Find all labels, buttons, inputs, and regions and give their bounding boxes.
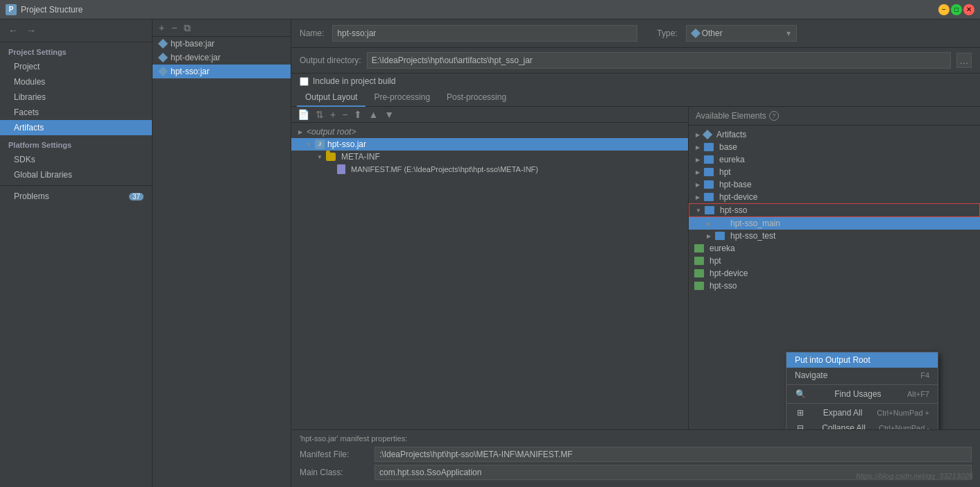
tab-pre-processing[interactable]: Pre-processing (366, 89, 438, 107)
artifact-hpt-sso-jar[interactable]: hpt-sso:jar (153, 65, 291, 78)
tree-hpt-sso-jar[interactable]: ▼ J hpt-sso.jar (291, 138, 688, 151)
minimize-button[interactable]: − (938, 4, 949, 15)
remove-element-button[interactable]: − (340, 109, 350, 120)
window-controls[interactable]: − □ ✕ (938, 4, 974, 15)
avail-base[interactable]: ▶ base (689, 141, 980, 153)
sidebar-item-sdks[interactable]: SDKs (0, 152, 152, 167)
include-label: Include in project build (313, 76, 395, 86)
sidebar-item-facets[interactable]: Facets (0, 105, 152, 120)
show-content-button[interactable]: 📄 (295, 109, 311, 120)
down-button[interactable]: ▼ (382, 109, 396, 120)
expand-icon: ▶ (694, 194, 701, 200)
expand-icon: ▶ (694, 157, 701, 163)
sidebar-item-problems[interactable]: Problems 37 (0, 189, 152, 204)
title-bar: P Project Structure − □ ✕ (0, 0, 980, 19)
avail-hpt-sso-main[interactable]: ▶ hpt-sso_main (689, 217, 980, 230)
artifact-icon (158, 39, 168, 49)
artifact-icon (158, 53, 168, 62)
sidebar-item-modules[interactable]: Modules (0, 74, 152, 89)
module-icon (715, 219, 725, 228)
artifact-hpt-base-jar[interactable]: hpt-base:jar (153, 37, 291, 51)
avail-eureka2[interactable]: eureka (689, 242, 980, 255)
type-dropdown[interactable]: Other ▾ (686, 25, 797, 42)
sidebar-divider (0, 185, 152, 186)
close-button[interactable]: ✕ (963, 4, 974, 15)
add-artifact-button[interactable]: + (157, 22, 166, 33)
back-button[interactable]: ← (6, 24, 21, 37)
problems-badge: 37 (129, 193, 144, 200)
output-tree-list: ▶ <output root> ▼ J hpt-sso.jar ▼ META-I… (291, 123, 688, 429)
tabs-row: Output Layout Pre-processing Post-proces… (291, 89, 980, 107)
avail-hpt-sso[interactable]: ▼ hpt-sso (689, 203, 980, 217)
expand-icon: ▶ (694, 169, 701, 176)
available-elements-header: Available Elements ? (689, 107, 980, 126)
maximize-button[interactable]: □ (951, 4, 962, 15)
module-icon (704, 180, 714, 189)
ctx-find-usages[interactable]: 🔍 Find Usages Alt+F7 (786, 386, 938, 402)
remove-artifact-button[interactable]: − (169, 22, 179, 33)
add-element-button[interactable]: + (328, 109, 338, 120)
artifact-list-panel: + − ⧉ hpt-base:jar hpt-device:jar hpt-ss… (153, 19, 291, 487)
name-type-row: Name: Type: Other ▾ (291, 19, 980, 48)
ctx-expand-all[interactable]: ⊞ Expand All Ctrl+NumPad + (786, 405, 938, 420)
avail-artifacts-root[interactable]: ▶ Artifacts (689, 128, 980, 141)
manifest-file-input[interactable] (375, 447, 972, 462)
module-icon (704, 155, 714, 164)
output-dir-label: Output directory: (300, 55, 361, 65)
jar-icon: J (315, 139, 325, 149)
sort-button[interactable]: ⇅ (313, 109, 326, 120)
module-icon (694, 244, 704, 253)
available-elements-label: Available Elements (696, 111, 766, 121)
window-title: Project Structure (21, 5, 938, 15)
eureka2-label: eureka (710, 244, 735, 253)
help-icon[interactable]: ? (769, 111, 779, 121)
browse-dir-button[interactable]: … (956, 53, 972, 68)
sidebar-item-project[interactable]: Project (0, 59, 152, 74)
expand-icon: ▶ (297, 129, 304, 135)
content-panel: Name: Type: Other ▾ Output directory: … … (291, 19, 980, 487)
module-icon (694, 257, 704, 265)
avail-hpt-sso-test[interactable]: ▶ hpt-sso_test (689, 230, 980, 242)
forward-button[interactable]: → (24, 24, 39, 37)
expand-icon: ▼ (305, 142, 312, 148)
artifact-hpt-device-jar[interactable]: hpt-device:jar (153, 51, 291, 65)
name-input[interactable] (332, 25, 637, 42)
include-checkbox[interactable] (300, 77, 309, 86)
tree-manifest-mf[interactable]: MANIFEST.MF (E:\IdeaProjects\hpt\hpt-sso… (291, 163, 688, 176)
hpt-base-label: hpt-base (719, 180, 752, 189)
tab-output-layout[interactable]: Output Layout (297, 89, 366, 107)
sidebar-item-artifacts[interactable]: Artifacts (0, 120, 152, 135)
up-button[interactable]: ▲ (366, 109, 380, 120)
hpt-sso2-label: hpt-sso (710, 281, 737, 291)
module-icon (715, 232, 725, 240)
avail-hpt-device[interactable]: ▶ hpt-device (689, 191, 980, 203)
artifacts-label: Artifacts (716, 130, 746, 139)
expand-icon: ▶ (694, 182, 701, 188)
ctx-collapse-all[interactable]: ⊟ Collapse All Ctrl+NumPad - (786, 420, 938, 429)
avail-hpt-sso2[interactable]: hpt-sso (689, 280, 980, 292)
avail-hpt2[interactable]: hpt (689, 255, 980, 267)
main-class-label: Main Class: (300, 468, 369, 477)
avail-hpt-device2[interactable]: hpt-device (689, 267, 980, 280)
ctx-put-into-output-root[interactable]: Put into Output Root (786, 352, 938, 368)
tree-meta-inf[interactable]: ▼ META-INF (291, 151, 688, 163)
sidebar-item-libraries[interactable]: Libraries (0, 89, 152, 105)
expand-icon: ▶ (694, 144, 701, 151)
module-icon (704, 143, 714, 151)
copy-artifact-button[interactable]: ⧉ (182, 22, 193, 33)
avail-hpt[interactable]: ▶ hpt (689, 166, 980, 178)
hpt-device2-label: hpt-device (710, 268, 748, 278)
avail-hpt-base[interactable]: ▶ hpt-base (689, 178, 980, 191)
layout-toolbar: 📄 ⇅ + − ⬆ ▲ ▼ (291, 107, 688, 123)
collapse-all-icon: ⊟ (795, 423, 806, 429)
module-icon (704, 168, 714, 176)
hpt-label: hpt (719, 167, 731, 177)
ctx-navigate[interactable]: Navigate F4 (786, 368, 938, 383)
output-dir-input[interactable] (367, 52, 951, 69)
tree-output-root[interactable]: ▶ <output root> (291, 126, 688, 138)
extract-button[interactable]: ⬆ (352, 109, 364, 120)
avail-eureka[interactable]: ▶ eureka (689, 153, 980, 166)
tab-post-processing[interactable]: Post-processing (438, 89, 515, 107)
hpt-device-label: hpt-device (719, 192, 757, 202)
sidebar-item-global-libraries[interactable]: Global Libraries (0, 167, 152, 182)
